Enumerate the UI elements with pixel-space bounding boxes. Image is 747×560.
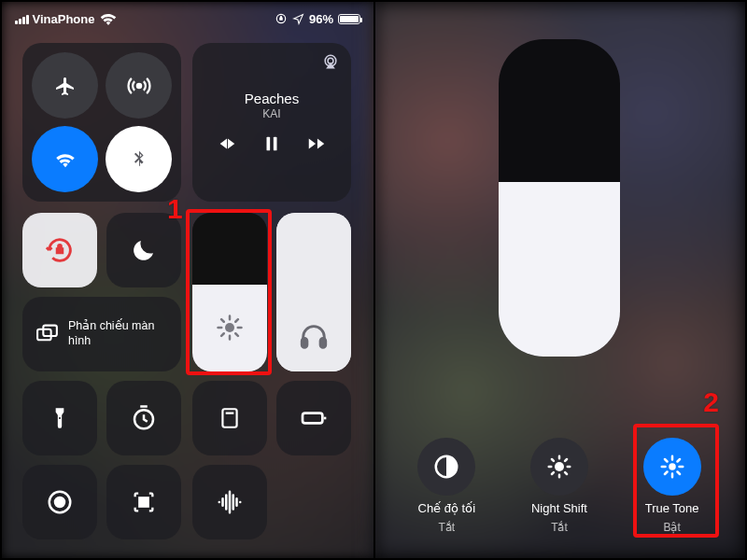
orientation-lock-status-icon: [275, 12, 288, 25]
airplane-icon: [54, 75, 77, 97]
battery-tile-icon: [299, 403, 329, 433]
volume-slider[interactable]: [276, 213, 351, 371]
signal-icon: [15, 14, 29, 24]
dark-mode-sub: Tắt: [438, 521, 455, 534]
brightness-detail-panel: Chế độ tối Tắt Night Shift Tắt True Tone…: [374, 2, 745, 558]
sound-recognition-button[interactable]: [192, 465, 267, 539]
status-bar: VinaPhone 96%: [2, 7, 374, 30]
connectivity-group: [22, 43, 181, 202]
svg-point-22: [669, 463, 676, 470]
waveform-icon: [216, 488, 244, 516]
wifi-icon: [53, 147, 78, 172]
pause-button[interactable]: [261, 133, 282, 154]
brightness-slider-large[interactable]: [499, 39, 620, 357]
sun-icon: [216, 314, 244, 342]
track-title: Peaches: [245, 91, 299, 106]
orientation-lock-toggle[interactable]: [22, 213, 97, 287]
calculator-button[interactable]: [192, 381, 267, 455]
orientation-lock-icon: [44, 234, 76, 266]
night-shift-label: Night Shift: [531, 501, 587, 515]
svg-point-15: [55, 497, 64, 507]
music-controls: [217, 133, 327, 154]
svg-point-21: [555, 462, 564, 471]
bluetooth-toggle[interactable]: [106, 126, 172, 192]
flashlight-button[interactable]: [22, 381, 97, 455]
bluetooth-icon: [129, 149, 149, 170]
svg-point-3: [328, 58, 333, 63]
location-icon: [292, 13, 304, 25]
svg-rect-16: [139, 497, 143, 501]
screen-mirror-icon: [35, 321, 59, 347]
control-center-panel: VinaPhone 96%: [2, 2, 374, 558]
volume-fill: [276, 213, 351, 371]
flashlight-icon: [48, 406, 72, 430]
brightness-slider[interactable]: [192, 213, 267, 371]
svg-rect-8: [320, 338, 326, 347]
true-tone-sub: Bật: [663, 521, 680, 534]
svg-rect-19: [145, 503, 148, 507]
svg-rect-5: [274, 137, 277, 151]
wifi-status-icon: [98, 8, 119, 29]
airplane-mode-toggle[interactable]: [32, 52, 98, 119]
brightness-empty: [192, 213, 267, 285]
brightness-fill: [192, 285, 267, 372]
svg-point-1: [136, 83, 140, 87]
timer-icon: [130, 404, 158, 432]
cellular-icon: [127, 74, 151, 98]
next-button[interactable]: [306, 133, 327, 154]
sun-simple-icon: [545, 453, 573, 481]
panel-divider: [374, 0, 375, 560]
record-icon: [46, 488, 74, 516]
svg-rect-7: [302, 338, 307, 347]
wifi-toggle[interactable]: [32, 126, 98, 192]
annotation-label-2: 2: [703, 386, 719, 418]
svg-rect-18: [139, 503, 143, 507]
battery-pct: 96%: [309, 12, 333, 26]
airplay-icon[interactable]: [321, 52, 340, 71]
timer-button[interactable]: [106, 381, 181, 455]
svg-rect-4: [267, 137, 271, 151]
qr-icon: [131, 489, 157, 515]
svg-point-6: [225, 323, 234, 332]
low-power-button[interactable]: [276, 381, 351, 455]
svg-rect-13: [303, 413, 322, 424]
prev-button[interactable]: [217, 133, 237, 154]
now-playing-tile[interactable]: Peaches KAI: [192, 43, 351, 202]
screen-mirroring-button[interactable]: Phản chiếu màn hình: [22, 297, 181, 371]
sun-bars-icon: [658, 453, 686, 481]
night-shift-button[interactable]: Night Shift Tắt: [530, 438, 588, 534]
screen-mirror-label: Phản chiếu màn hình: [68, 319, 168, 348]
half-circle-icon: [432, 453, 460, 481]
dark-mode-button[interactable]: Chế độ tối Tắt: [417, 438, 475, 534]
qr-scan-button[interactable]: [106, 465, 181, 539]
brightness-large-fill: [499, 182, 620, 357]
screen-record-button[interactable]: [22, 465, 97, 539]
track-artist: KAI: [262, 107, 280, 120]
headphones-icon: [298, 321, 330, 353]
carrier-label: VinaPhone: [33, 12, 95, 26]
true-tone-label: True Tone: [645, 501, 699, 515]
do-not-disturb-toggle[interactable]: [106, 213, 181, 287]
dark-mode-label: Chế độ tối: [418, 501, 476, 515]
svg-rect-17: [145, 497, 148, 501]
battery-icon: [338, 14, 360, 24]
cellular-data-toggle[interactable]: [106, 52, 172, 119]
night-shift-sub: Tắt: [551, 521, 568, 534]
moon-icon: [130, 236, 158, 264]
display-options-row: Chế độ tối Tắt Night Shift Tắt True Tone…: [374, 438, 745, 534]
true-tone-button[interactable]: True Tone Bật: [643, 438, 701, 534]
calculator-icon: [218, 406, 242, 430]
